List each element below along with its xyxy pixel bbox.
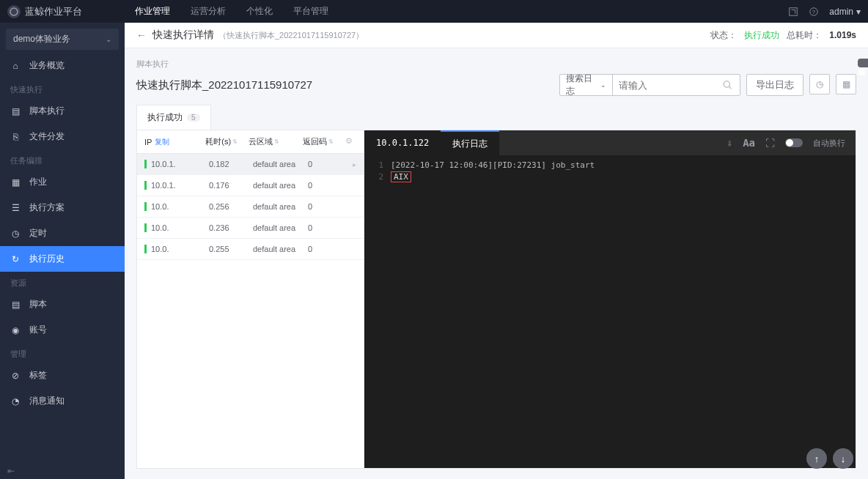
plan-icon: ☰ [10,203,21,213]
sidebar-item-job[interactable]: ▦ 作业 [0,169,125,195]
sort-icon[interactable]: ⇅ [232,138,238,145]
cell-time: 0.256 [209,202,253,211]
history-icon-button[interactable]: ◷ [809,74,830,94]
sidebar-item-label: 脚本执行 [29,105,65,117]
sidebar-item-label: 文件分发 [29,130,65,143]
time-label: 总耗时： [787,29,822,42]
scroll-bottom-button[interactable]: ↓ [833,448,853,469]
sidebar-item-account[interactable]: ◉ 账号 [0,317,125,343]
status-indicator [144,202,147,211]
export-log-button[interactable]: 导出日志 [746,74,803,96]
external-icon[interactable] [788,7,798,17]
nav-tab-platform[interactable]: 平台管理 [293,5,328,18]
search-input[interactable] [613,75,716,95]
log-ip-tab[interactable]: 10.0.1.122 [364,130,441,155]
svg-text:?: ? [812,9,815,14]
cell-time: 0.182 [209,160,253,168]
cell-code: 0 [308,202,348,211]
log-type-tab[interactable]: 执行日志 [441,130,499,155]
sidebar-collapse-button[interactable]: ⇤ [7,466,15,476]
sidebar-item-file-dist[interactable]: ⎘ 文件分发 [0,124,125,149]
gear-icon[interactable]: ⚙ [342,136,356,147]
chevron-right-icon: ▸ [353,160,356,168]
table-row[interactable]: 10.0. 0.256 default area 0 [137,196,364,218]
platform-logo-icon [7,5,21,18]
cell-area: default area [253,223,308,232]
search-type-select[interactable]: 搜索日志 ⌄ [560,75,613,95]
sort-icon[interactable]: ⇅ [328,138,334,145]
breadcrumb: 脚本执行 [136,59,856,70]
sidebar-item-script-exec[interactable]: ▤ 脚本执行 [0,98,125,124]
cell-code: 0 [308,181,348,190]
status-indicator [144,223,147,232]
scroll-top-button[interactable]: ↑ [806,448,827,469]
status-indicator [144,181,147,190]
sidebar-item-label: 执行方案 [29,201,65,214]
clock-icon: ◷ [10,229,21,239]
sidebar-item-label: 作业 [29,176,47,188]
status-indicator [144,245,147,253]
sidebar-group-quick: 快速执行 [0,78,125,98]
cell-time: 0.176 [209,181,253,190]
tab-success[interactable]: 执行成功 5 [136,105,211,130]
sidebar-item-plan[interactable]: ☰ 执行方案 [0,195,125,220]
account-icon: ◉ [10,325,21,335]
cell-area: default area [253,160,308,168]
fullscreen-icon[interactable]: ⛶ [765,138,775,149]
line-number: 2 [372,171,383,183]
svg-point-0 [10,8,18,15]
grid-icon-button[interactable]: ▦ [836,74,856,94]
business-selector[interactable]: demo体验业务 ⌄ [6,29,119,50]
cell-ip: 10.0. [151,223,209,232]
table-row[interactable]: 10.0.1. 0.176 default area 0 [137,175,364,196]
sidebar-group-orchestration: 任务编排 [0,149,125,169]
history-icon: ↻ [10,254,21,264]
copy-ip-link[interactable]: 复制 [155,137,169,147]
help-icon[interactable]: ? [809,7,819,17]
return-edit-strip[interactable]: 返回编辑 [858,59,868,67]
sidebar-item-label: 业务概览 [29,59,65,72]
svg-rect-1 [790,7,798,15]
script-icon: ▤ [10,106,21,116]
search-icon[interactable] [716,75,740,95]
username: admin [829,7,853,17]
sidebar-item-overview[interactable]: ⌂ 业务概览 [0,53,125,78]
status-indicator [144,160,147,168]
back-arrow-icon[interactable]: ← [136,29,147,41]
sidebar-item-tag[interactable]: ⊘ 标签 [0,363,125,388]
font-size-icon[interactable]: Aa [743,137,755,149]
cell-area: default area [253,181,308,190]
sidebar-item-notify[interactable]: ◔ 消息通知 [0,388,125,414]
sidebar-item-cron[interactable]: ◷ 定时 [0,220,125,246]
job-icon: ▦ [10,177,21,187]
table-row[interactable]: 10.0.1. 0.182 default area 0 ▸ [137,154,364,175]
home-icon: ⌂ [10,61,21,71]
sidebar-item-history[interactable]: ↻ 执行历史 [0,246,125,272]
table-row[interactable]: 10.0. 0.236 default area 0 [137,218,364,239]
svg-line-5 [729,86,732,89]
sort-icon[interactable]: ⇅ [274,138,279,145]
cell-ip: 10.0.1. [151,160,209,168]
platform-name: 蓝鲸作业平台 [25,5,82,18]
cell-ip: 10.0. [151,245,209,253]
cell-time: 0.236 [209,223,253,232]
search-box: 搜索日志 ⌄ [559,74,740,96]
line-number: 1 [372,160,383,171]
col-time-label: 耗时(s) [205,136,231,147]
code-icon: ▤ [10,300,21,310]
svg-point-4 [724,81,730,87]
sidebar-item-label: 标签 [29,369,47,382]
nav-tab-analytics[interactable]: 运营分析 [191,5,226,18]
nav-tab-personalize[interactable]: 个性化 [246,5,273,18]
file-icon: ⎘ [10,132,21,142]
autowrap-toggle[interactable] [785,138,803,147]
download-icon[interactable]: ⇩ [727,138,732,149]
tab-label: 执行成功 [147,111,183,124]
user-menu[interactable]: admin ▾ [829,7,861,17]
table-row[interactable]: 10.0. 0.255 default area 0 [137,239,364,260]
nav-tab-job-manage[interactable]: 作业管理 [135,5,170,18]
sidebar-item-script[interactable]: ▤ 脚本 [0,292,125,317]
col-area-label: 云区域 [249,136,273,147]
sidebar-item-label: 脚本 [29,298,47,311]
cell-code: 0 [308,223,348,232]
